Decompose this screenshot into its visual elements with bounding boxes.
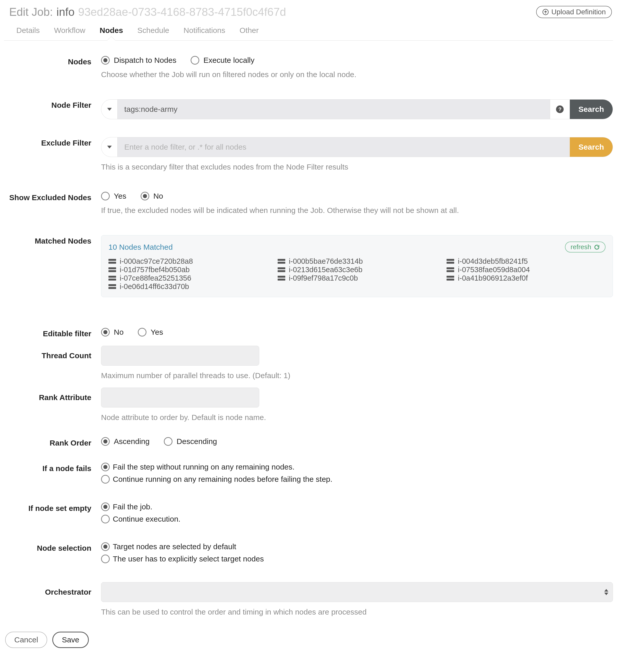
hdd-icon bbox=[278, 276, 285, 281]
execute-local-radio[interactable] bbox=[191, 56, 199, 64]
rank-attribute-help: Node attribute to order by. Default is n… bbox=[101, 413, 613, 422]
svg-rect-16 bbox=[446, 262, 454, 264]
editable-filter-label: Editable filter bbox=[4, 328, 101, 338]
dispatch-label: Dispatch to Nodes bbox=[114, 56, 176, 64]
refresh-icon bbox=[594, 244, 600, 250]
refresh-button[interactable]: refresh bbox=[565, 241, 606, 253]
svg-rect-7 bbox=[109, 284, 116, 286]
caret-down-icon bbox=[107, 146, 112, 149]
hdd-icon bbox=[109, 259, 116, 264]
hdd-icon bbox=[446, 267, 454, 273]
question-icon: ? bbox=[556, 106, 564, 113]
exclude-filter-label: Exclude Filter bbox=[4, 137, 101, 147]
orchestrator-help: This can be used to control the order an… bbox=[101, 608, 613, 616]
node-filter-search-button[interactable]: Search bbox=[570, 100, 613, 119]
cancel-button[interactable]: Cancel bbox=[5, 632, 47, 648]
upload-definition-button[interactable]: Upload Definition bbox=[536, 6, 612, 18]
node-id: i-07538fae059d8a004 bbox=[458, 266, 530, 274]
thread-count-label: Thread Count bbox=[4, 346, 101, 360]
orchestrator-label: Orchestrator bbox=[4, 582, 101, 597]
page-header: Edit Job: info 93ed28ae-0733-4168-8783-4… bbox=[4, 6, 613, 22]
tab-workflow[interactable]: Workflow bbox=[54, 26, 85, 40]
svg-rect-6 bbox=[109, 279, 116, 281]
node-id: i-0213d615ea63c3e6b bbox=[289, 266, 363, 274]
node-item[interactable]: i-000ac97ce720b28a8 bbox=[109, 257, 267, 266]
save-button[interactable]: Save bbox=[52, 632, 88, 648]
exclude-filter-search-button[interactable]: Search bbox=[570, 137, 613, 157]
node-item[interactable]: i-07ce88fea25251356 bbox=[109, 274, 267, 282]
svg-rect-13 bbox=[278, 276, 285, 278]
rank-attribute-label: Rank Attribute bbox=[4, 387, 101, 402]
node-filter-label: Node Filter bbox=[4, 99, 101, 110]
title-jobname: info bbox=[56, 6, 74, 18]
matched-nodes-label: Matched Nodes bbox=[4, 235, 101, 245]
tab-notifications[interactable]: Notifications bbox=[184, 26, 225, 40]
node-item[interactable]: i-0213d615ea63c3e6b bbox=[278, 266, 437, 274]
upload-icon bbox=[542, 9, 549, 15]
exclude-filter-wrap: Search bbox=[101, 137, 613, 157]
svg-rect-9 bbox=[278, 259, 285, 261]
node-item[interactable]: i-0e06d14ff6c33d70b bbox=[109, 282, 267, 291]
thread-count-input[interactable] bbox=[101, 346, 259, 366]
node-empty-opt2-radio[interactable] bbox=[101, 515, 110, 523]
hdd-icon bbox=[278, 259, 285, 264]
node-selection-opt2-radio[interactable] bbox=[101, 554, 110, 563]
orchestrator-select[interactable] bbox=[101, 582, 613, 602]
title-prefix: Edit Job: bbox=[9, 6, 53, 18]
thread-count-help: Maximum number of parallel threads to us… bbox=[101, 371, 613, 380]
tab-other[interactable]: Other bbox=[240, 26, 259, 40]
node-item[interactable]: i-07538fae059d8a004 bbox=[446, 266, 606, 274]
rank-asc-radio[interactable] bbox=[101, 437, 110, 446]
tab-details[interactable]: Details bbox=[16, 26, 40, 40]
node-item[interactable]: i-004d3deb5fb8241f5 bbox=[446, 257, 606, 266]
svg-rect-18 bbox=[446, 270, 454, 272]
exclude-filter-dropdown[interactable] bbox=[101, 137, 118, 157]
refresh-label: refresh bbox=[571, 243, 591, 251]
exclude-filter-input[interactable] bbox=[118, 137, 570, 157]
svg-rect-19 bbox=[446, 276, 454, 278]
node-item[interactable]: i-09f9ef798a17c9c0b bbox=[278, 274, 437, 282]
node-item[interactable]: i-000b5bae76de3314b bbox=[278, 257, 437, 266]
node-fails-opt2-radio[interactable] bbox=[101, 475, 110, 484]
hdd-icon bbox=[109, 276, 116, 281]
node-item[interactable]: i-0a41b906912a3ef0f bbox=[446, 274, 606, 282]
node-empty-opt1-radio[interactable] bbox=[101, 502, 110, 511]
execute-local-label: Execute locally bbox=[203, 56, 254, 64]
node-selection-label: Node selection bbox=[4, 542, 101, 552]
footer-actions: Cancel Save bbox=[4, 632, 613, 648]
matched-summary-link[interactable]: 10 Nodes Matched bbox=[109, 243, 173, 251]
node-fails-opt1-radio[interactable] bbox=[101, 463, 110, 471]
rank-desc-radio[interactable] bbox=[164, 437, 173, 446]
node-id: i-004d3deb5fb8241f5 bbox=[458, 257, 528, 266]
title-uuid: 93ed28ae-0733-4168-8783-4715f0c4f67d bbox=[78, 6, 286, 18]
tab-nodes[interactable]: Nodes bbox=[100, 26, 123, 40]
svg-rect-12 bbox=[278, 270, 285, 272]
node-filter-help-button[interactable]: ? bbox=[550, 100, 570, 119]
tab-schedule[interactable]: Schedule bbox=[137, 26, 169, 40]
svg-rect-5 bbox=[109, 276, 116, 278]
node-selection-opt2-label: The user has to explicitly select target… bbox=[113, 554, 264, 563]
node-selection-opt1-radio[interactable] bbox=[101, 542, 110, 551]
show-excluded-yes-radio[interactable] bbox=[101, 192, 110, 200]
exclude-filter-help: This is a secondary filter that excludes… bbox=[101, 163, 613, 171]
svg-rect-2 bbox=[109, 262, 116, 264]
svg-rect-10 bbox=[278, 262, 285, 264]
rank-attribute-input[interactable] bbox=[101, 387, 259, 407]
node-filter-dropdown[interactable] bbox=[101, 100, 118, 119]
hdd-icon bbox=[446, 276, 454, 281]
dispatch-radio[interactable] bbox=[101, 56, 110, 64]
node-empty-label: If node set empty bbox=[4, 502, 101, 513]
svg-rect-4 bbox=[109, 270, 116, 272]
show-excluded-no-radio[interactable] bbox=[141, 192, 149, 200]
upload-definition-label: Upload Definition bbox=[552, 8, 606, 16]
node-id: i-000b5bae76de3314b bbox=[289, 257, 363, 266]
editable-yes-radio[interactable] bbox=[138, 328, 147, 337]
editable-no-label: No bbox=[114, 328, 124, 337]
node-fails-opt1-label: Fail the step without running on any rem… bbox=[113, 463, 294, 471]
editable-no-radio[interactable] bbox=[101, 328, 110, 337]
node-id: i-07ce88fea25251356 bbox=[120, 274, 191, 282]
node-item[interactable]: i-01d757fbef4b050ab bbox=[109, 266, 267, 274]
node-filter-input[interactable] bbox=[118, 100, 550, 119]
node-fails-label: If a node fails bbox=[4, 463, 101, 473]
node-filter-wrap: ? Search bbox=[101, 99, 613, 119]
